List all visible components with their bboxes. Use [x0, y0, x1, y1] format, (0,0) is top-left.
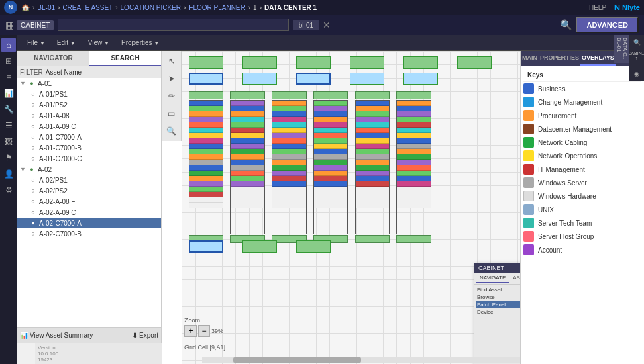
tree-item-a01[interactable]: ▼ ● A-01: [17, 78, 161, 89]
sidebar-icon-person[interactable]: 👤: [1, 167, 16, 181]
tree-item-a01a08f[interactable]: ○ A-01-A-08 F: [17, 110, 161, 121]
breadcrumb-create-asset[interactable]: CREATE ASSET: [62, 4, 113, 11]
rect-tool[interactable]: ▭: [164, 106, 179, 121]
sidebar-icon-settings[interactable]: ⚙: [1, 183, 16, 197]
overlay-network-cabling[interactable]: Network Cabling: [523, 136, 641, 149]
cabinet-indicator[interactable]: [189, 56, 223, 69]
tab-search[interactable]: SEARCH: [89, 51, 161, 66]
breadcrumb-location-picker[interactable]: LOCATION PICKER: [121, 4, 181, 11]
rp-tab-main[interactable]: MAIN: [521, 51, 539, 66]
cabinet-indicator-selected[interactable]: [189, 73, 223, 85]
overlay-windows-hw[interactable]: Windows Hardware: [523, 189, 641, 203]
popup-list-item[interactable]: Browse: [476, 293, 520, 301]
datacenter-tab[interactable]: DATA C...BL-01: [614, 35, 629, 63]
cabinet-indicator[interactable]: [242, 56, 277, 69]
cabinet-1[interactable]: [189, 91, 223, 243]
file-menu[interactable]: File ▼: [21, 38, 50, 48]
tree-item-a02c7000a[interactable]: ● A-02-C7000-A: [17, 218, 161, 228]
clear-search-icon[interactable]: ✕: [323, 19, 331, 30]
cab-bot-indicator[interactable]: [242, 240, 277, 253]
cab6-top: [396, 91, 431, 99]
cabinet-indicator[interactable]: [350, 73, 384, 85]
scroll-thumb[interactable]: [233, 357, 361, 363]
overlay-it-mgmt[interactable]: IT Management: [523, 163, 641, 176]
sidebar-icon-layers[interactable]: ≡: [1, 70, 16, 85]
tree-item-a01ps2[interactable]: ○ A-01/PS2: [17, 99, 161, 110]
sidebar-icon-grid[interactable]: ⊞: [1, 54, 16, 69]
breadcrumb-floor-planner[interactable]: FLOOR PLANNER: [189, 4, 245, 11]
cabinet-side-icon-2[interactable]: ◉: [631, 68, 643, 80]
cabinet-3[interactable]: [272, 91, 307, 243]
popup-list-item-selected[interactable]: Patch Panel: [476, 301, 520, 308]
popup-tab-assets[interactable]: ASSETS: [509, 273, 520, 283]
cabinet-indicator[interactable]: [242, 73, 277, 85]
search-input[interactable]: [58, 19, 288, 31]
export-button[interactable]: ⬇ Export: [132, 332, 158, 339]
cabinet-2[interactable]: [230, 91, 265, 243]
horizontal-scrollbar[interactable]: [202, 357, 520, 363]
arrow-tool[interactable]: ➤: [164, 71, 179, 86]
search-icon[interactable]: 🔍: [560, 19, 572, 30]
overlay-server-host[interactable]: Server Host Group: [523, 230, 641, 243]
popup-list-item[interactable]: Device: [476, 308, 520, 316]
cabinet-4[interactable]: [313, 91, 348, 243]
sidebar-icon-list[interactable]: ☰: [1, 118, 16, 133]
overlay-procurement[interactable]: Procurement: [523, 109, 641, 122]
cabinet-6[interactable]: [396, 91, 431, 243]
cabinet-indicator[interactable]: [457, 56, 492, 69]
tab-navigator[interactable]: NAVIGATOR: [17, 51, 89, 66]
breadcrumb-bl01[interactable]: BL-01: [37, 4, 55, 11]
tree-item-a02a08f[interactable]: ○ A-02-A-08 F: [17, 196, 161, 207]
overlay-server-tech[interactable]: Server Tech Team: [523, 216, 641, 230]
help-button[interactable]: HELP: [589, 4, 606, 11]
breadcrumb-datacenter[interactable]: DATA CENTER 1: [264, 4, 317, 11]
sidebar-icon-image[interactable]: 🖼: [1, 134, 16, 149]
cabinet-indicator[interactable]: [296, 56, 331, 69]
cabinet-indicator[interactable]: [403, 56, 438, 69]
overlay-windows-server[interactable]: Windows Server: [523, 176, 641, 189]
cabinet-indicator[interactable]: [403, 73, 438, 85]
overlay-unix[interactable]: UNIX: [523, 203, 641, 216]
overlay-label-acc: Account: [538, 246, 562, 254]
sidebar-icon-tools[interactable]: 🔧: [1, 102, 16, 117]
sidebar-icon-flag[interactable]: ⚑: [1, 150, 16, 165]
popup-tab-navigate[interactable]: NAVIGATE: [476, 273, 509, 283]
tree-item-a01c7000c[interactable]: ○ A-01-C7000-C: [17, 153, 161, 164]
popup-list-item[interactable]: Find Asset: [476, 286, 520, 293]
overlay-business[interactable]: Business: [523, 82, 641, 95]
tree-item-a01c7000a[interactable]: ○ A-01-C7000-A: [17, 132, 161, 142]
properties-menu[interactable]: Properties ▼: [116, 38, 164, 48]
tree-item-a02[interactable]: ▼ ● A-02: [17, 164, 161, 175]
advanced-button[interactable]: ADVANCED: [576, 17, 639, 33]
zoom-in-tool[interactable]: 🔍: [164, 124, 179, 138]
cabinet-side-search-icon[interactable]: 🔍: [631, 36, 643, 48]
tree-item-a01a09c[interactable]: ○ A-01-A-09 C: [17, 121, 161, 132]
zoom-out-button[interactable]: −: [198, 325, 210, 337]
tree-item-a02ps1[interactable]: ○ A-02/PS1: [17, 175, 161, 185]
view-asset-summary-button[interactable]: 📊 View Asset Summary: [20, 332, 93, 339]
zoom-in-button[interactable]: +: [184, 325, 197, 337]
cabinet-5[interactable]: [355, 91, 390, 243]
tree-item-a02c7000b[interactable]: ○ A-02-C7000-B: [17, 228, 161, 239]
draw-tool[interactable]: ✏: [164, 89, 179, 103]
edit-menu[interactable]: Edit ▼: [52, 38, 81, 48]
cab-bot-indicator[interactable]: [296, 240, 331, 253]
cabinet-indicator[interactable]: [350, 56, 384, 69]
overlay-account[interactable]: Account: [523, 243, 641, 257]
overlay-change-management[interactable]: Change Management: [523, 95, 641, 109]
overlay-datacenter-mgmt[interactable]: Datacenter Management: [523, 122, 641, 136]
tree-item-a02a09c[interactable]: ○ A-02-A-09 C: [17, 207, 161, 218]
tree-item-a01c7000b[interactable]: ○ A-01-C7000-B: [17, 142, 161, 153]
tree-item-a02ps2[interactable]: ○ A-02/PS2: [17, 185, 161, 196]
floor-plan-area: ↖ ➤ ✏ ▭ 🔍: [162, 51, 520, 364]
tree-item-a01ps1[interactable]: ○ A-01/PS1: [17, 89, 161, 99]
rp-tab-overlays[interactable]: OVERLAYS: [580, 51, 616, 66]
select-tool[interactable]: ↖: [164, 54, 179, 69]
cabinet-indicator-selected[interactable]: [296, 73, 331, 85]
cab-bot-indicator-sel[interactable]: [189, 240, 223, 253]
sidebar-icon-home[interactable]: ⌂: [1, 38, 16, 52]
sidebar-icon-chart[interactable]: 📊: [1, 86, 16, 101]
overlay-network-ops[interactable]: Network Operations: [523, 149, 641, 163]
view-menu[interactable]: View ▼: [83, 38, 115, 48]
rp-tab-properties[interactable]: PROPERTIES: [539, 51, 580, 66]
